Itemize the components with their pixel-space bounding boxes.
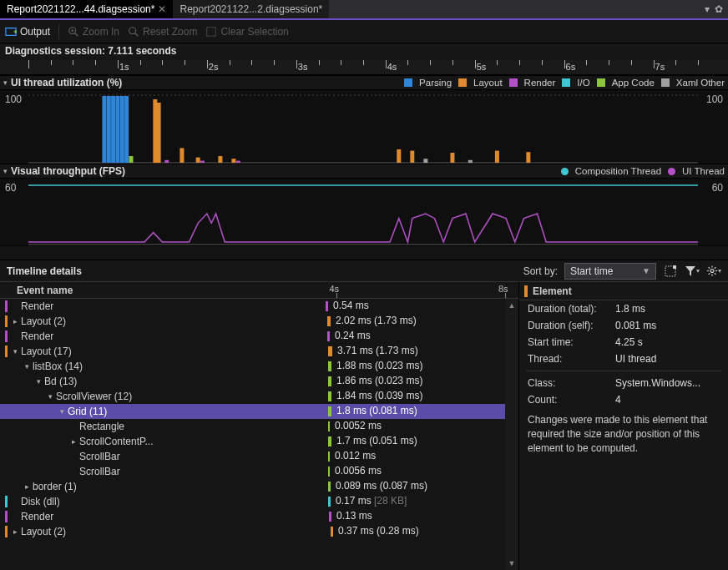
property-value: System.Windows... (615, 377, 720, 389)
event-row[interactable]: ▸border (1)0.089 ms (0.087 ms) (0, 479, 518, 494)
clear-selection-label: Clear Selection (220, 26, 288, 38)
svg-line-42 (715, 273, 716, 275)
event-label: border (1) (33, 481, 77, 492)
select-frame-icon[interactable] (663, 264, 678, 279)
time-ruler[interactable]: 1s2s3s4s5s6s7s (0, 60, 728, 75)
property-row: Class:System.Windows... (519, 375, 728, 391)
sort-by-dropdown[interactable]: Start time ▼ (564, 263, 656, 280)
event-category-marker (5, 511, 8, 522)
event-row[interactable]: Render0.54 ms (0, 299, 518, 314)
vertical-scrollbar[interactable]: ▲ ▼ (505, 299, 518, 570)
event-row[interactable]: Rectangle0.0052 ms (0, 419, 518, 434)
reset-zoom-button[interactable]: Reset Zoom (128, 26, 197, 38)
event-category-marker (5, 300, 8, 312)
svg-rect-35 (673, 265, 676, 269)
property-key: Count: (528, 394, 615, 406)
ui-thread-util-title: UI thread utilization (%) (11, 77, 122, 88)
event-row[interactable]: Disk (dll)0.17 ms [28 KB] (0, 494, 518, 509)
timeline-details-header: Timeline details Sort by: Start time ▼ ▾… (0, 260, 728, 282)
event-row[interactable]: ▾Grid (11)1.8 ms (0.081 ms) (0, 404, 518, 419)
tab-report-2[interactable]: Report2021122...2.diagsession* (173, 0, 329, 18)
zoom-in-button[interactable]: Zoom In (68, 26, 119, 38)
expand-icon[interactable]: ▸ (11, 527, 19, 536)
event-tree-header: Event name 4s8s (0, 282, 518, 299)
svg-rect-10 (102, 96, 106, 163)
event-duration-bar (328, 346, 332, 356)
event-label: ScrollBar (79, 466, 120, 477)
event-duration-bar (328, 467, 330, 477)
reset-zoom-label: Reset Zoom (143, 26, 197, 38)
event-row[interactable]: ScrollBar0.0056 ms (0, 464, 518, 479)
window-position-icon[interactable]: ▾ (705, 3, 710, 15)
toolbar: Output Zoom In Reset Zoom Clear Selectio… (0, 20, 728, 43)
output-button[interactable]: Output (5, 26, 50, 38)
property-row: Thread:UI thread (519, 351, 728, 367)
event-row[interactable]: Render0.13 ms (0, 509, 518, 524)
event-duration-value: 2.02 ms (1.73 ms) (336, 315, 417, 326)
event-row[interactable]: Render0.24 ms (0, 329, 518, 344)
event-row[interactable]: ▸ScrollContentP...1.7 ms (0.051 ms) (0, 434, 518, 449)
svg-rect-23 (410, 151, 414, 163)
expand-icon[interactable]: ▾ (58, 407, 66, 416)
event-category-marker (5, 526, 8, 537)
event-duration-value: 0.17 ms [28 KB] (336, 495, 407, 507)
fps-chart[interactable]: 60 60 (0, 179, 728, 245)
scroll-up-icon[interactable]: ▲ (505, 299, 518, 312)
event-row[interactable]: ▸Layout (2)2.02 ms (1.73 ms) (0, 314, 518, 329)
event-duration-bar (326, 301, 328, 311)
event-duration-bar (328, 421, 330, 431)
event-row[interactable]: ▾Layout (17)3.71 ms (1.73 ms) (0, 344, 518, 359)
event-category-marker (5, 346, 8, 357)
collapse-icon: ▾ (3, 78, 8, 87)
ui-thread-util-header[interactable]: ▾ UI thread utilization (%) ParsingLayou… (0, 75, 728, 90)
event-label: Layout (17) (21, 346, 72, 357)
close-icon[interactable]: ✕ (158, 4, 166, 14)
event-label: Disk (dll) (21, 496, 60, 507)
element-details-panel: Element Duration (total):1.8 msDuration … (519, 282, 728, 570)
element-description: Changes were made to this element that r… (519, 408, 728, 460)
gear-icon[interactable]: ✿ (715, 3, 723, 15)
expand-icon[interactable]: ▸ (69, 437, 78, 446)
expand-icon[interactable]: ▾ (11, 347, 19, 356)
settings-icon[interactable]: ▾ (706, 264, 721, 279)
event-duration-bar (328, 361, 331, 371)
event-row[interactable]: ▾Bd (13)1.86 ms (0.023 ms) (0, 374, 518, 389)
svg-rect-13 (115, 96, 119, 163)
tab-report-1[interactable]: Report2021122...44.diagsession* ✕ (0, 0, 173, 18)
property-key: Thread: (528, 353, 615, 365)
svg-rect-7 (207, 27, 216, 36)
event-label: ScrollBar (79, 451, 120, 462)
event-category-marker (5, 451, 8, 462)
clear-selection-button[interactable]: Clear Selection (205, 26, 288, 38)
event-row[interactable]: ▾ScrollViewer (12)1.84 ms (0.039 ms) (0, 389, 518, 404)
expand-icon[interactable]: ▸ (23, 482, 31, 491)
event-category-marker (5, 496, 8, 507)
property-key: Class: (528, 377, 615, 389)
event-label: ScrollViewer (12) (56, 391, 132, 402)
scroll-down-icon[interactable]: ▼ (505, 557, 518, 570)
event-duration-value: 1.84 ms (0.039 ms) (336, 390, 422, 401)
property-key: Duration (self): (528, 320, 615, 331)
event-category-marker (5, 436, 8, 447)
expand-icon[interactable]: ▾ (34, 377, 43, 386)
event-row[interactable]: ▾listBox (14)1.88 ms (0.023 ms) (0, 359, 518, 374)
event-label: Rectangle (79, 421, 124, 432)
expand-icon[interactable]: ▸ (11, 317, 19, 325)
property-key: Duration (total): (528, 303, 615, 315)
event-duration-value: 0.012 ms (335, 450, 376, 462)
expand-icon[interactable]: ▾ (23, 362, 31, 371)
event-name-column[interactable]: Event name (0, 285, 73, 296)
event-tree-panel: Event name 4s8s Render0.54 ms▸Layout (2)… (0, 282, 519, 570)
event-label: ScrollContentP... (79, 436, 154, 447)
svg-rect-30 (129, 156, 133, 163)
svg-line-43 (709, 273, 710, 275)
event-row[interactable]: ▸Layout (2)0.37 ms (0.28 ms) (0, 524, 518, 539)
svg-rect-31 (423, 159, 427, 163)
fps-header[interactable]: ▾ Visual throughput (FPS) Composition Th… (0, 164, 728, 179)
ui-thread-util-chart[interactable]: 100 100 (0, 90, 728, 164)
ui-thread-util-legend: ParsingLayoutRenderI/OApp CodeXaml Other (404, 78, 725, 88)
event-label: Render (21, 511, 53, 522)
expand-icon[interactable]: ▾ (46, 392, 54, 401)
filter-icon[interactable]: ▾ (685, 264, 700, 279)
event-row[interactable]: ScrollBar0.012 ms (0, 449, 518, 464)
